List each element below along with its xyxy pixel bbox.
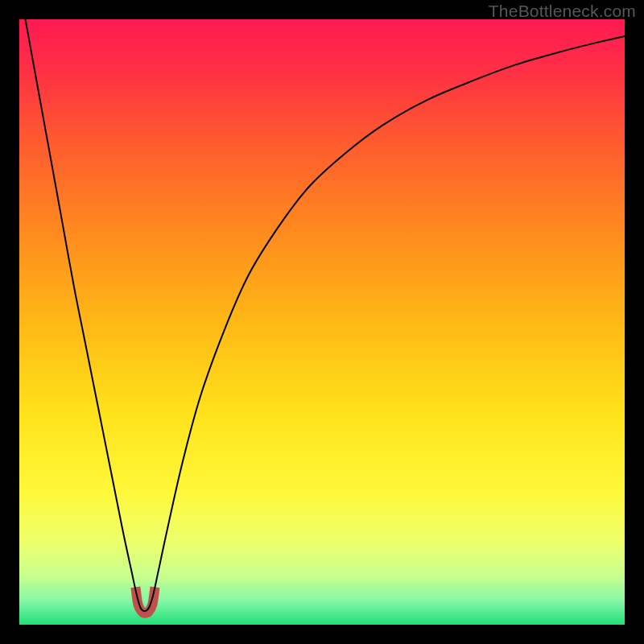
gradient-background <box>19 19 625 625</box>
plot-area <box>19 19 625 625</box>
chart-svg <box>19 19 625 625</box>
chart-frame: TheBottleneck.com <box>0 0 644 644</box>
watermark-label: TheBottleneck.com <box>489 2 636 21</box>
